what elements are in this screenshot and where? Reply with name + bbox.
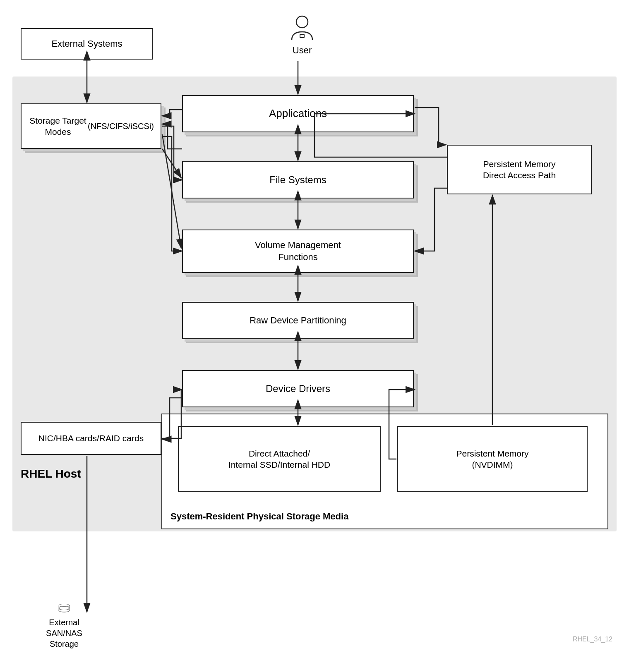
persistent-memory-nvdimm-box: Persistent Memory(NVDIMM) (397, 426, 588, 492)
svg-point-7 (59, 609, 70, 612)
watermark: RHEL_34_12 (573, 636, 612, 643)
nic-hba-box: NIC/HBA cards/RAID cards (21, 422, 161, 455)
user-icon: User (281, 10, 323, 60)
volume-management-box: Volume ManagementFunctions (182, 230, 414, 273)
file-systems-box: File Systems (182, 161, 414, 198)
svg-point-0 (296, 16, 308, 28)
external-san-label: External SAN/NAS Storage (39, 617, 89, 649)
direct-attached-box: Direct Attached/Internal SSD/Internal HD… (178, 426, 381, 492)
diagram-container: User External Systems Storage Target Mod… (0, 0, 629, 672)
persistent-memory-path-box: Persistent MemoryDirect Access Path (447, 145, 592, 194)
rhel-host-label: RHEL Host (21, 467, 81, 481)
user-label: User (293, 45, 312, 56)
svg-rect-1 (300, 34, 304, 38)
applications-box: Applications (182, 95, 414, 132)
database-icon: External SAN/NAS Storage (39, 604, 89, 649)
device-drivers-box: Device Drivers (182, 370, 414, 407)
external-systems-box: External Systems (21, 28, 153, 60)
raw-device-box: Raw Device Partitioning (182, 302, 414, 339)
storage-target-modes-box: Storage Target Modes(NFS/CIFS/iSCSi) (21, 103, 161, 149)
